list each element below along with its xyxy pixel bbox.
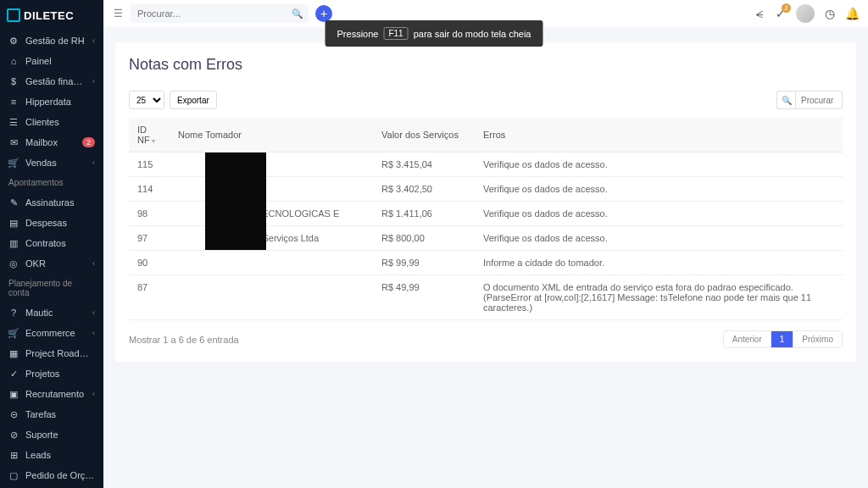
sidebar-item-ecommerce[interactable]: 🛒Ecommerce‹ [0,323,103,343]
circle-icon: ⊝ [8,409,19,419]
sidebar-item-contratos[interactable]: ▥Contratos [0,233,103,253]
table-search-button[interactable]: 🔍 [776,91,795,109]
grid-icon: ⊞ [8,450,19,460]
sidebar-item-pedido[interactable]: ▢Pedido de Orçamento [0,465,103,485]
money-icon: $ [8,76,19,86]
menu-toggle-icon[interactable]: ☰ [112,8,124,19]
avatar[interactable] [796,4,815,23]
col-erros[interactable]: Erros [475,118,843,152]
sidebar-item-assinaturas[interactable]: ✎Assinaturas [0,192,103,213]
share-icon[interactable]: ⪪ [754,7,765,20]
per-page-select[interactable]: 25 [129,91,164,109]
prev-button[interactable]: Anterior [724,331,771,347]
sidebar-item-okr[interactable]: ◎OKR‹ [0,253,103,274]
sidebar-item-tarefas[interactable]: ⊝Tarefas [0,404,103,424]
errors-table: ID NF▾ Nome Tomador Valor dos Serviços E… [129,118,843,320]
pagination: Anterior 1 Próximo [723,330,843,348]
gear-icon: ⚙ [8,36,19,46]
chevron-left-icon: ‹ [92,329,95,337]
global-search-input[interactable] [131,4,309,23]
chevron-left-icon: ‹ [92,390,95,398]
table-row[interactable]: 90 R$ 99,99 Informe a cidade do tomador. [129,251,843,275]
next-button[interactable]: Próximo [793,331,842,347]
chevron-left-icon: ‹ [92,77,95,86]
badge: 2 [82,137,95,147]
col-valor[interactable]: Valor dos Serviços [373,118,475,152]
support-icon: ⊘ [8,430,19,440]
sort-icon: ▾ [152,137,155,145]
logo-icon [7,8,20,22]
bell-icon[interactable]: 🔔 [845,7,860,20]
grid-icon: ▦ [8,348,19,358]
sidebar-item-mautic[interactable]: ?Mautic‹ [0,302,103,323]
search-icon[interactable]: 🔍 [292,8,303,19]
brand-text: DILETEC [24,9,74,22]
redacted-block [205,152,266,250]
doc-icon: ▥ [8,238,19,248]
sidebar-item-vendas[interactable]: 🛒Vendas‹ [0,152,103,173]
chevron-left-icon: ‹ [92,158,95,167]
check-icon: ✓ [8,369,19,379]
chevron-left-icon: ‹ [92,36,95,45]
box-icon: ▣ [8,389,19,399]
col-nome[interactable]: Nome Tomador [170,118,373,152]
sidebar-item-gestao-financeira[interactable]: $Gestão financeira‹ [0,71,103,92]
target-icon: ◎ [8,258,19,269]
table-info: Mostrar 1 a 6 de 6 entrada [129,335,239,345]
cart-icon: 🛒 [8,158,19,168]
doc-icon: ▢ [8,470,19,480]
help-icon: ? [8,308,19,318]
sidebar-item-mailbox[interactable]: ✉Mailbox2 [0,132,103,152]
sidebar-item-project-roadmap[interactable]: ▦Project Roadmap [0,343,103,363]
pen-icon: ✎ [8,197,19,208]
export-button[interactable]: Exportar [170,91,217,109]
doc-icon: ▤ [8,218,19,228]
page-title: Notas com Erros [129,56,843,74]
data-icon: ≡ [8,97,19,107]
sidebar-item-despesas[interactable]: ▤Despesas [0,213,103,233]
sidebar-item-gestao-rh[interactable]: ⚙Gestão de RH‹ [0,30,103,51]
table-search-input[interactable] [795,91,843,109]
sidebar-item-hipperdata[interactable]: ≡Hipperdata [0,92,103,112]
sidebar-item-suporte[interactable]: ⊘Suporte [0,424,103,445]
badge: 2 [782,3,791,13]
add-button[interactable]: + [315,5,332,22]
brand-logo[interactable]: DILETEC [0,0,103,30]
key-f11: F11 [383,27,408,40]
clock-icon[interactable]: ◷ [825,7,835,20]
sidebar: DILETEC ⚙Gestão de RH‹ ⌂Painel $Gestão f… [0,0,103,488]
fullscreen-banner: Pressione F11 para sair do modo tela che… [326,20,543,47]
section-apontamentos: Apontamentos [0,173,103,192]
col-id[interactable]: ID NF▾ [129,118,170,152]
cart-icon: 🛒 [8,328,19,338]
table-row[interactable]: 115 DA R$ 3.415,04 Verifique os dados de… [129,152,843,177]
chevron-left-icon: ‹ [92,259,95,268]
section-planejamento: Planejamento de conta [0,274,103,302]
page-1-button[interactable]: 1 [771,331,794,347]
sidebar-item-leads[interactable]: ⊞Leads [0,445,103,465]
sidebar-item-painel[interactable]: ⌂Painel [0,51,103,71]
table-row[interactable]: 87 R$ 49,99 O documento XML de entrada d… [129,275,843,320]
sidebar-item-recrutamento[interactable]: ▣Recrutamento‹ [0,384,103,404]
sidebar-item-projetos[interactable]: ✓Projetos [0,363,103,384]
sidebar-item-clientes[interactable]: ☰Clientes [0,112,103,132]
chevron-left-icon: ‹ [92,308,95,317]
mail-icon: ✉ [8,137,19,147]
check-icon[interactable]: ✓2 [776,7,786,20]
home-icon: ⌂ [8,56,19,66]
list-icon: ☰ [8,117,19,127]
